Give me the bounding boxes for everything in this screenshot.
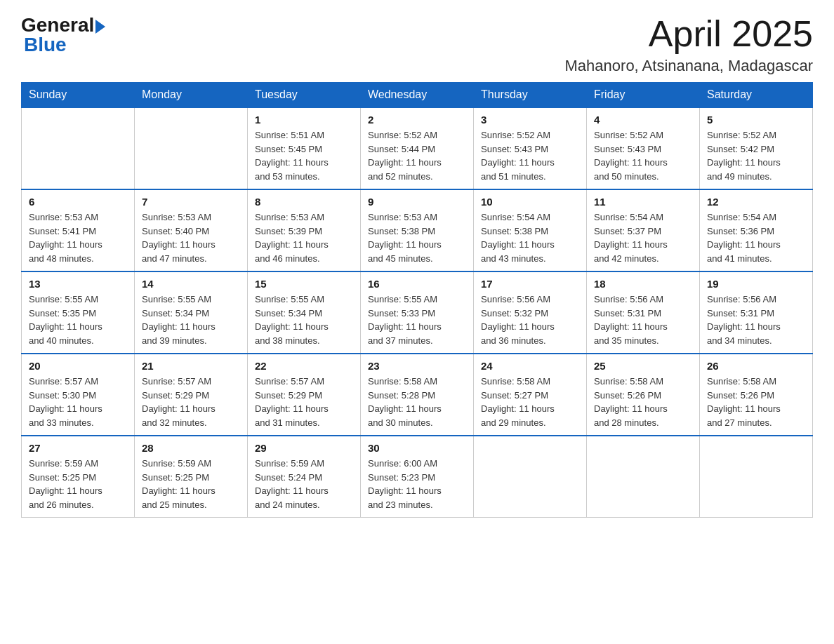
calendar-header-row: SundayMondayTuesdayWednesdayThursdayFrid… <box>22 83 813 108</box>
day-info: Sunrise: 5:52 AM Sunset: 5:43 PM Dayligh… <box>594 128 692 183</box>
day-info: Sunrise: 5:53 AM Sunset: 5:38 PM Dayligh… <box>368 210 466 265</box>
day-number: 9 <box>368 196 466 208</box>
calendar-cell: 22Sunrise: 5:57 AM Sunset: 5:29 PM Dayli… <box>248 354 361 436</box>
calendar-cell: 14Sunrise: 5:55 AM Sunset: 5:34 PM Dayli… <box>135 271 248 354</box>
day-info: Sunrise: 5:53 AM Sunset: 5:39 PM Dayligh… <box>255 210 353 265</box>
day-number: 14 <box>142 278 240 290</box>
header-saturday: Saturday <box>700 83 813 108</box>
day-info: Sunrise: 5:55 AM Sunset: 5:35 PM Dayligh… <box>29 293 127 347</box>
day-info: Sunrise: 5:55 AM Sunset: 5:34 PM Dayligh… <box>142 293 240 347</box>
day-number: 15 <box>255 278 353 290</box>
day-info: Sunrise: 5:58 AM Sunset: 5:26 PM Dayligh… <box>594 375 692 429</box>
calendar-week-row: 20Sunrise: 5:57 AM Sunset: 5:30 PM Dayli… <box>22 354 813 436</box>
day-number: 30 <box>368 442 466 454</box>
day-number: 19 <box>707 278 805 290</box>
day-info: Sunrise: 5:59 AM Sunset: 5:25 PM Dayligh… <box>29 457 127 511</box>
day-info: Sunrise: 5:55 AM Sunset: 5:34 PM Dayligh… <box>255 293 353 347</box>
calendar-cell: 16Sunrise: 5:55 AM Sunset: 5:33 PM Dayli… <box>361 271 474 354</box>
calendar-cell: 8Sunrise: 5:53 AM Sunset: 5:39 PM Daylig… <box>248 189 361 271</box>
day-info: Sunrise: 5:51 AM Sunset: 5:45 PM Dayligh… <box>255 128 353 183</box>
header-sunday: Sunday <box>22 83 135 108</box>
day-number: 16 <box>368 278 466 290</box>
logo: General Blue <box>21 14 105 56</box>
logo-blue-text: Blue <box>24 34 67 56</box>
day-info: Sunrise: 5:53 AM Sunset: 5:40 PM Dayligh… <box>142 210 240 265</box>
day-info: Sunrise: 5:58 AM Sunset: 5:26 PM Dayligh… <box>707 375 805 429</box>
day-number: 3 <box>481 114 579 126</box>
calendar-cell: 6Sunrise: 5:53 AM Sunset: 5:41 PM Daylig… <box>22 189 135 271</box>
month-title: April 2025 <box>565 14 813 54</box>
calendar-cell: 24Sunrise: 5:58 AM Sunset: 5:27 PM Dayli… <box>474 354 587 436</box>
calendar-cell: 25Sunrise: 5:58 AM Sunset: 5:26 PM Dayli… <box>587 354 700 436</box>
day-number: 26 <box>707 360 805 372</box>
calendar-cell: 19Sunrise: 5:56 AM Sunset: 5:31 PM Dayli… <box>700 271 813 354</box>
day-number: 21 <box>142 360 240 372</box>
calendar-cell <box>700 436 813 518</box>
title-section: April 2025 Mahanoro, Atsinanana, Madagas… <box>565 14 813 75</box>
day-number: 28 <box>142 442 240 454</box>
day-number: 23 <box>368 360 466 372</box>
calendar-table: SundayMondayTuesdayWednesdayThursdayFrid… <box>21 82 813 518</box>
logo-arrow-icon <box>95 20 105 34</box>
calendar-cell: 11Sunrise: 5:54 AM Sunset: 5:37 PM Dayli… <box>587 189 700 271</box>
header-tuesday: Tuesday <box>248 83 361 108</box>
calendar-cell: 21Sunrise: 5:57 AM Sunset: 5:29 PM Dayli… <box>135 354 248 436</box>
calendar-cell: 15Sunrise: 5:55 AM Sunset: 5:34 PM Dayli… <box>248 271 361 354</box>
page-header: General Blue April 2025 Mahanoro, Atsina… <box>21 14 813 75</box>
day-info: Sunrise: 5:57 AM Sunset: 5:29 PM Dayligh… <box>255 375 353 429</box>
calendar-cell: 12Sunrise: 5:54 AM Sunset: 5:36 PM Dayli… <box>700 189 813 271</box>
calendar-cell <box>135 107 248 189</box>
day-number: 1 <box>255 114 353 126</box>
day-number: 8 <box>255 196 353 208</box>
day-number: 22 <box>255 360 353 372</box>
calendar-cell <box>22 107 135 189</box>
calendar-cell: 13Sunrise: 5:55 AM Sunset: 5:35 PM Dayli… <box>22 271 135 354</box>
day-number: 4 <box>594 114 692 126</box>
calendar-cell: 9Sunrise: 5:53 AM Sunset: 5:38 PM Daylig… <box>361 189 474 271</box>
calendar-cell: 2Sunrise: 5:52 AM Sunset: 5:44 PM Daylig… <box>361 107 474 189</box>
calendar-cell: 7Sunrise: 5:53 AM Sunset: 5:40 PM Daylig… <box>135 189 248 271</box>
calendar-cell <box>587 436 700 518</box>
day-number: 24 <box>481 360 579 372</box>
calendar-cell: 26Sunrise: 5:58 AM Sunset: 5:26 PM Dayli… <box>700 354 813 436</box>
day-info: Sunrise: 5:57 AM Sunset: 5:29 PM Dayligh… <box>142 375 240 429</box>
header-thursday: Thursday <box>474 83 587 108</box>
day-info: Sunrise: 5:59 AM Sunset: 5:25 PM Dayligh… <box>142 457 240 511</box>
location-text: Mahanoro, Atsinanana, Madagascar <box>565 57 813 75</box>
day-number: 25 <box>594 360 692 372</box>
day-number: 5 <box>707 114 805 126</box>
calendar-cell: 1Sunrise: 5:51 AM Sunset: 5:45 PM Daylig… <box>248 107 361 189</box>
day-number: 27 <box>29 442 127 454</box>
day-info: Sunrise: 5:57 AM Sunset: 5:30 PM Dayligh… <box>29 375 127 429</box>
day-info: Sunrise: 6:00 AM Sunset: 5:23 PM Dayligh… <box>368 457 466 511</box>
calendar-cell: 23Sunrise: 5:58 AM Sunset: 5:28 PM Dayli… <box>361 354 474 436</box>
calendar-cell: 20Sunrise: 5:57 AM Sunset: 5:30 PM Dayli… <box>22 354 135 436</box>
header-wednesday: Wednesday <box>361 83 474 108</box>
calendar-cell: 30Sunrise: 6:00 AM Sunset: 5:23 PM Dayli… <box>361 436 474 518</box>
day-number: 11 <box>594 196 692 208</box>
day-info: Sunrise: 5:56 AM Sunset: 5:31 PM Dayligh… <box>707 293 805 347</box>
day-info: Sunrise: 5:54 AM Sunset: 5:36 PM Dayligh… <box>707 210 805 265</box>
calendar-cell: 27Sunrise: 5:59 AM Sunset: 5:25 PM Dayli… <box>22 436 135 518</box>
calendar-cell: 4Sunrise: 5:52 AM Sunset: 5:43 PM Daylig… <box>587 107 700 189</box>
day-info: Sunrise: 5:54 AM Sunset: 5:38 PM Dayligh… <box>481 210 579 265</box>
calendar-cell: 10Sunrise: 5:54 AM Sunset: 5:38 PM Dayli… <box>474 189 587 271</box>
day-info: Sunrise: 5:59 AM Sunset: 5:24 PM Dayligh… <box>255 457 353 511</box>
calendar-cell: 3Sunrise: 5:52 AM Sunset: 5:43 PM Daylig… <box>474 107 587 189</box>
calendar-cell: 18Sunrise: 5:56 AM Sunset: 5:31 PM Dayli… <box>587 271 700 354</box>
day-info: Sunrise: 5:52 AM Sunset: 5:44 PM Dayligh… <box>368 128 466 183</box>
day-info: Sunrise: 5:53 AM Sunset: 5:41 PM Dayligh… <box>29 210 127 265</box>
day-number: 7 <box>142 196 240 208</box>
day-number: 6 <box>29 196 127 208</box>
day-number: 20 <box>29 360 127 372</box>
day-info: Sunrise: 5:58 AM Sunset: 5:28 PM Dayligh… <box>368 375 466 429</box>
calendar-cell: 28Sunrise: 5:59 AM Sunset: 5:25 PM Dayli… <box>135 436 248 518</box>
header-monday: Monday <box>135 83 248 108</box>
day-info: Sunrise: 5:55 AM Sunset: 5:33 PM Dayligh… <box>368 293 466 347</box>
day-number: 10 <box>481 196 579 208</box>
day-info: Sunrise: 5:56 AM Sunset: 5:31 PM Dayligh… <box>594 293 692 347</box>
header-friday: Friday <box>587 83 700 108</box>
day-number: 17 <box>481 278 579 290</box>
calendar-week-row: 1Sunrise: 5:51 AM Sunset: 5:45 PM Daylig… <box>22 107 813 189</box>
day-info: Sunrise: 5:54 AM Sunset: 5:37 PM Dayligh… <box>594 210 692 265</box>
